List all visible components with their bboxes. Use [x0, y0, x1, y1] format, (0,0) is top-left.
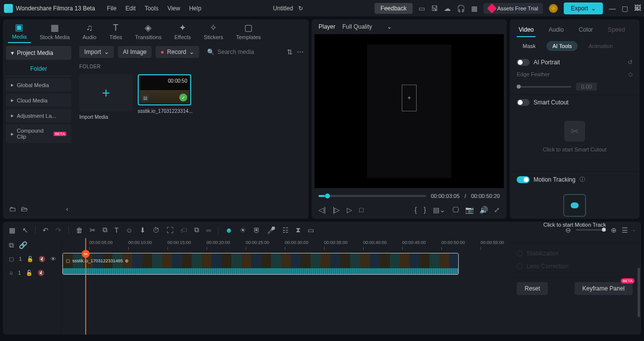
speed-icon[interactable]: ⏱ [153, 226, 160, 234]
play-icon[interactable]: ▷ [347, 206, 352, 214]
keyframe-diamond-icon[interactable]: ◇ [628, 71, 633, 78]
link-icon[interactable]: ⧉ [9, 241, 14, 249]
tab-stock-media[interactable]: ▦Stock Media [36, 19, 74, 43]
media-clip-card[interactable]: 00:00:50 ▤ ✓ ssstik.io_17031223314... [138, 74, 193, 120]
menu-tools[interactable]: Tools [145, 5, 159, 12]
cut-icon[interactable]: ✂ [90, 226, 96, 234]
player-canvas[interactable]: + [315, 34, 504, 188]
download-icon[interactable]: ⬇ [140, 226, 146, 234]
tab-audio[interactable]: ♫Audio [79, 19, 101, 43]
volume-icon[interactable]: 🔊 [480, 206, 488, 214]
sidebar-folder[interactable]: Folder [6, 62, 71, 76]
pointer-icon[interactable]: ↖ [22, 226, 28, 234]
assets-trial-button[interactable]: Assets Free Trial [483, 3, 543, 14]
motion-track-icon[interactable] [563, 194, 586, 217]
redo-icon[interactable]: ↷ [55, 226, 61, 234]
subtitle-icon[interactable]: ☷ [282, 226, 289, 234]
camera-icon[interactable]: 📷 [465, 206, 474, 214]
sub-tab-animation[interactable]: Animation [583, 41, 619, 51]
sidebar-adjustment-layer[interactable]: ▸Adjustment La... [6, 109, 71, 122]
fit-icon[interactable]: ⛶ [166, 226, 173, 234]
timeline-clip[interactable]: ▢ssstik.io_1703122331465⊕ [62, 253, 459, 275]
tab-media[interactable]: ▣Media [8, 19, 31, 43]
dual-icon[interactable]: ▫▫ [206, 226, 211, 234]
smart-cutout-icon[interactable]: ✂ [564, 121, 585, 142]
sidebar-cloud-media[interactable]: ▸Cloud Media [6, 94, 71, 107]
shield-icon[interactable]: ⛨ [253, 226, 260, 234]
save-icon[interactable]: 🖫 [431, 4, 438, 12]
collapse-icon[interactable]: ‹ [66, 205, 68, 213]
prev-frame-icon[interactable]: ◁| [319, 206, 326, 214]
sidebar-global-media[interactable]: ▸Global Media [6, 78, 71, 92]
tab-transitions[interactable]: ◈Transitions [131, 19, 165, 43]
timeline-tracks[interactable]: 00:00:05:00 00:00:10:00 00:00:15:00 00:0… [61, 238, 641, 335]
group-icon[interactable]: ⧉ [194, 226, 199, 234]
search-input[interactable]: 🔍 [203, 46, 283, 58]
layers-icon[interactable]: ☰ [622, 226, 628, 234]
filter-icon[interactable]: ⇅ [287, 48, 293, 56]
tab-stickers[interactable]: ✧Stickers [200, 19, 227, 43]
progress-track[interactable] [319, 195, 426, 197]
menu-edit[interactable]: Edit [125, 5, 136, 12]
frame-icon[interactable]: ▭ [308, 226, 314, 234]
undo-icon[interactable]: ↶ [43, 226, 49, 234]
minimize-button[interactable]: — [609, 4, 616, 12]
timeline-ruler[interactable]: 00:00:05:00 00:00:10:00 00:00:15:00 00:0… [61, 238, 641, 252]
lock-icon[interactable]: 🔓 [26, 270, 33, 276]
lock-icon[interactable]: 🔓 [27, 256, 34, 262]
split-icon[interactable]: ⧗ [296, 226, 301, 234]
mute-icon[interactable]: 🔇 [39, 256, 46, 262]
stop-icon[interactable]: □ [359, 206, 363, 214]
prop-tab-speed[interactable]: Speed [606, 23, 627, 37]
menu-file[interactable]: File [107, 5, 116, 12]
mic-icon[interactable]: 🎤 [267, 226, 275, 234]
reset-field-icon[interactable]: ↺ [628, 59, 633, 66]
import-media-card[interactable]: + Import Media [79, 74, 133, 120]
mute-icon[interactable]: 🔇 [38, 270, 45, 276]
edge-feather-value[interactable]: 0.00 [576, 83, 597, 91]
mark-out-icon[interactable]: } [424, 206, 426, 214]
quality-dropdown[interactable]: Full Quality⌄ [342, 23, 392, 30]
sidebar-compound-clip[interactable]: ▸Compound ClipBETA [6, 124, 71, 143]
ai-portrait-toggle[interactable] [517, 59, 530, 66]
tab-titles[interactable]: TTitles [106, 19, 126, 43]
import-button[interactable]: Import⌄ [79, 46, 114, 58]
display-out-icon[interactable]: 🖵 [452, 206, 459, 214]
tag-icon[interactable]: 🏷 [180, 226, 187, 234]
ai-face-icon[interactable]: ☻ [225, 226, 233, 234]
menu-view[interactable]: View [167, 5, 180, 12]
link2-icon[interactable]: 🔗 [19, 241, 27, 249]
playhead[interactable]: ✂ [85, 238, 86, 335]
maximize-button[interactable]: ▢ [622, 4, 628, 12]
menu-help[interactable]: Help [189, 5, 202, 12]
sun-icon[interactable]: ☀ [240, 226, 246, 234]
grid-icon[interactable]: ▦ [9, 226, 15, 234]
video-track[interactable]: ▢ssstik.io_1703122331465⊕ [61, 252, 641, 276]
mark-in-icon[interactable]: { [415, 206, 417, 214]
audio-track[interactable] [61, 276, 641, 299]
new-folder-icon[interactable]: 🗀 [9, 205, 16, 213]
zoom-slider[interactable] [576, 229, 606, 231]
tab-effects[interactable]: ✦Effects [170, 19, 195, 43]
cloud-icon[interactable]: ☁ [444, 4, 451, 12]
tab-templates[interactable]: ▢Templates [232, 19, 265, 43]
fullscreen-icon[interactable]: ⤢ [494, 206, 500, 214]
history-icon[interactable]: ↻ [298, 5, 303, 12]
ai-image-button[interactable]: AI Image [118, 46, 152, 58]
crop-icon[interactable]: ⧉ [103, 226, 107, 234]
more-icon[interactable]: ⋯ [297, 48, 304, 56]
edge-feather-slider[interactable] [517, 86, 571, 88]
prop-tab-video[interactable]: Video [517, 23, 536, 37]
search-field[interactable] [217, 49, 279, 55]
motion-tracking-toggle[interactable] [517, 176, 530, 183]
new-bin-icon[interactable]: 🗁 [21, 205, 28, 213]
playhead-handle-icon[interactable]: ✂ [82, 250, 90, 258]
text-icon[interactable]: T [114, 226, 119, 234]
smart-cutout-toggle[interactable] [517, 99, 530, 106]
sub-tab-mask[interactable]: Mask [517, 41, 541, 51]
info-icon[interactable]: ⓘ [580, 176, 585, 183]
display-icon[interactable]: ▭ [419, 4, 425, 12]
smiley-icon[interactable]: ☺ [126, 226, 133, 234]
audio-track-header[interactable]: ♫1 🔓 🔇 [3, 266, 61, 280]
crop-ratio-icon[interactable]: ▤⌄ [433, 206, 445, 214]
